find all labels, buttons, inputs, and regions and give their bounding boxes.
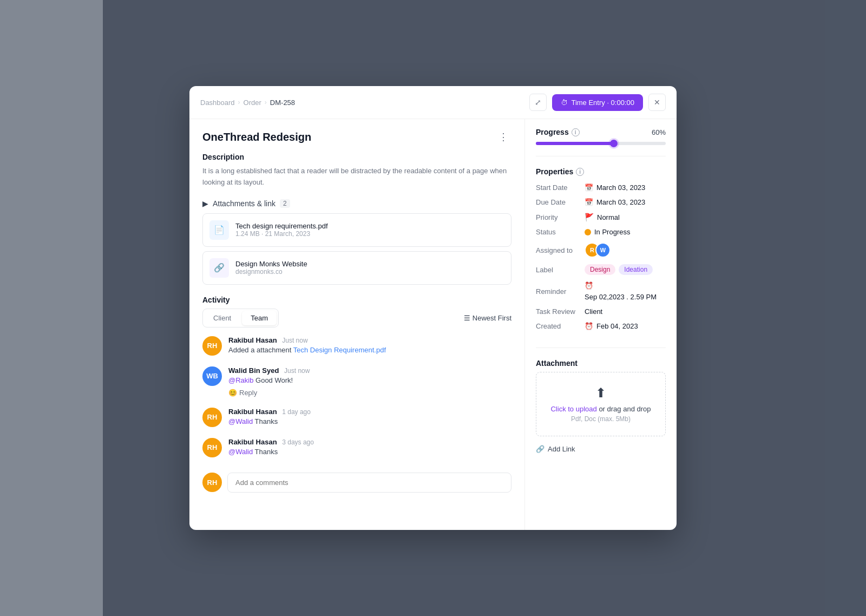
activity-content-3: Rakibul Hasan 3 days ago @Walid Thanks <box>228 438 511 457</box>
prop-start-date: Start Date 📅 March 03, 2023 <box>536 184 666 192</box>
breadcrumb: Dashboard › Order › DM-258 <box>200 99 295 107</box>
prop-status: Status In Progress <box>536 228 666 236</box>
activity-author-0: Rakibul Hasan <box>228 336 277 344</box>
activity-item-3: RH Rakibul Hasan 3 days ago @Walid Thank… <box>202 438 511 457</box>
activity-author-1: Walid Bin Syed <box>228 366 279 375</box>
avatar-rh-2: RH <box>202 408 222 427</box>
flag-icon: 🚩 <box>585 213 594 221</box>
progress-header: Progress i 60% <box>536 128 666 136</box>
sort-label: Newest First <box>473 314 511 322</box>
progress-value: 60% <box>652 128 666 136</box>
prop-val-due[interactable]: 📅 March 03, 2023 <box>585 198 645 206</box>
prop-val-reminder[interactable]: ⏰ Sep 02,2023 . 2.59 PM <box>585 281 666 301</box>
tab-client[interactable]: Client <box>205 311 240 325</box>
activity-meta-0: Rakibul Hasan Just now <box>228 336 511 344</box>
tab-team[interactable]: Team <box>242 311 277 325</box>
prop-reminder: Reminder ⏰ Sep 02,2023 . 2.59 PM <box>536 281 666 301</box>
header-actions: ⤢ ⏱ Time Entry · 0:00:00 ✕ <box>529 94 666 111</box>
activity-text-3: @Walid Thanks <box>228 448 511 456</box>
attachment-upload-section: Attachment ⬆ Click to upload or drag and… <box>536 359 666 455</box>
prop-key-reminder: Reminder <box>536 287 585 296</box>
avatar-rh-3: RH <box>202 438 222 457</box>
breadcrumb-sep-1: › <box>238 99 240 106</box>
description-label: Description <box>202 153 511 161</box>
right-panel: Progress i 60% Properties <box>525 119 677 530</box>
attachments-count: 2 <box>280 199 290 208</box>
comment-input[interactable] <box>227 473 511 493</box>
activity-content-0: Rakibul Hasan Just now Added a attachmen… <box>228 336 511 356</box>
activity-author-3: Rakibul Hasan <box>228 438 277 446</box>
prop-val-review[interactable]: Client <box>585 307 602 316</box>
attachment-upload-zone[interactable]: ⬆ Click to upload or drag and drop Pdf, … <box>536 372 666 436</box>
breadcrumb-sep-2: › <box>265 99 267 106</box>
emoji-icon: 😊 <box>228 389 237 397</box>
activity-link-0: Tech Design Requirement.pdf <box>293 346 386 354</box>
upload-hint: Pdf, Doc (max. 5Mb) <box>545 415 657 423</box>
attachments-label: Attachments & link <box>213 199 275 208</box>
breadcrumb-order[interactable]: Order <box>244 99 261 107</box>
attachment-meta-link: designmonks.co <box>235 268 307 276</box>
attachments-section: ▶ Attachments & link 2 📄 Tech design req… <box>202 199 511 285</box>
modal-body: OneThread Redesign ⋮ Description It is a… <box>189 119 677 530</box>
upload-icon: ⬆ <box>545 385 657 401</box>
attachment-info-pdf: Tech design requirements.pdf 1.24 MB · 2… <box>235 222 328 238</box>
prop-key-due: Due Date <box>536 198 585 206</box>
progress-info-icon: i <box>572 128 580 136</box>
attachment-name-link: Design Monks Website <box>235 260 307 268</box>
activity-label: Activity <box>202 296 511 304</box>
prop-due-date: Due Date 📅 March 03, 2023 <box>536 198 666 206</box>
more-button[interactable]: ⋮ <box>495 130 511 144</box>
activity-text-1: @Rakib Good Work! <box>228 376 511 384</box>
properties-info-icon: i <box>576 168 584 176</box>
prop-key-label: Label <box>536 266 585 274</box>
progress-section: Progress i 60% <box>536 128 666 156</box>
expand-icon[interactable]: ⤢ <box>529 94 547 111</box>
tab-group: Client Team <box>202 309 279 327</box>
activity-text-0: Added a attachment Tech Design Requireme… <box>228 346 511 354</box>
add-link-button[interactable]: 🔗 Add Link <box>536 443 575 455</box>
upload-link[interactable]: Click to upload <box>550 405 596 413</box>
progress-track[interactable] <box>536 142 666 145</box>
attachment-item-pdf[interactable]: 📄 Tech design requirements.pdf 1.24 MB ·… <box>202 213 511 247</box>
prop-val-start[interactable]: 📅 March 03, 2023 <box>585 184 645 192</box>
label-ideation: Ideation <box>619 264 653 275</box>
mention-1: @Rakib <box>228 376 253 384</box>
mention-3: @Walid <box>228 448 253 456</box>
activity-content-1: Walid Bin Syed Just now @Rakib Good Work… <box>228 366 511 397</box>
prop-val-assigned[interactable]: R W <box>585 243 606 258</box>
prop-val-priority[interactable]: 🚩 Normal <box>585 213 620 221</box>
prop-key-review: Task Review <box>536 307 585 316</box>
properties-section: Properties i Start Date 📅 March 03, 2023… <box>536 167 666 348</box>
close-icon[interactable]: ✕ <box>648 94 666 111</box>
activity-time-0: Just now <box>282 337 307 344</box>
attachment-item-link[interactable]: 🔗 Design Monks Website designmonks.co <box>202 251 511 285</box>
prop-val-created[interactable]: ⏰ Feb 04, 2023 <box>585 322 638 330</box>
breadcrumb-current: DM-258 <box>270 99 295 107</box>
left-panel: OneThread Redesign ⋮ Description It is a… <box>189 119 525 530</box>
attachments-header[interactable]: ▶ Attachments & link 2 <box>202 199 511 208</box>
progress-fill <box>536 142 614 145</box>
breadcrumb-dashboard[interactable]: Dashboard <box>200 99 235 107</box>
timer-icon: ⏱ <box>561 99 568 107</box>
attachment-info-link: Design Monks Website designmonks.co <box>235 260 307 276</box>
activity-author-2: Rakibul Hasan <box>228 408 277 416</box>
prop-val-status[interactable]: In Progress <box>585 228 630 236</box>
prop-key-priority: Priority <box>536 213 585 221</box>
activity-meta-3: Rakibul Hasan 3 days ago <box>228 438 511 446</box>
chevron-right-icon: ▶ <box>202 199 208 208</box>
reply-button-1[interactable]: 😊 Reply <box>228 389 257 397</box>
prop-priority: Priority 🚩 Normal <box>536 213 666 221</box>
avatar-commenter: RH <box>202 473 222 492</box>
activity-content-2: Rakibul Hasan 1 day ago @Walid Thanks <box>228 408 511 427</box>
activity-meta-1: Walid Bin Syed Just now <box>228 366 511 375</box>
modal-header: Dashboard › Order › DM-258 ⤢ ⏱ Time Entr… <box>189 86 677 119</box>
modal-overlay: Dashboard › Order › DM-258 ⤢ ⏱ Time Entr… <box>0 0 866 616</box>
prop-val-label[interactable]: Design Ideation <box>585 264 653 275</box>
sort-button[interactable]: ☰ Newest First <box>464 314 511 322</box>
prop-task-review: Task Review Client <box>536 307 666 316</box>
sort-icon: ☰ <box>464 314 470 322</box>
time-entry-button[interactable]: ⏱ Time Entry · 0:00:00 <box>552 94 643 111</box>
activity-meta-2: Rakibul Hasan 1 day ago <box>228 408 511 416</box>
prop-label: Label Design Ideation <box>536 264 666 275</box>
assignee-avatar-2: W <box>595 243 611 258</box>
